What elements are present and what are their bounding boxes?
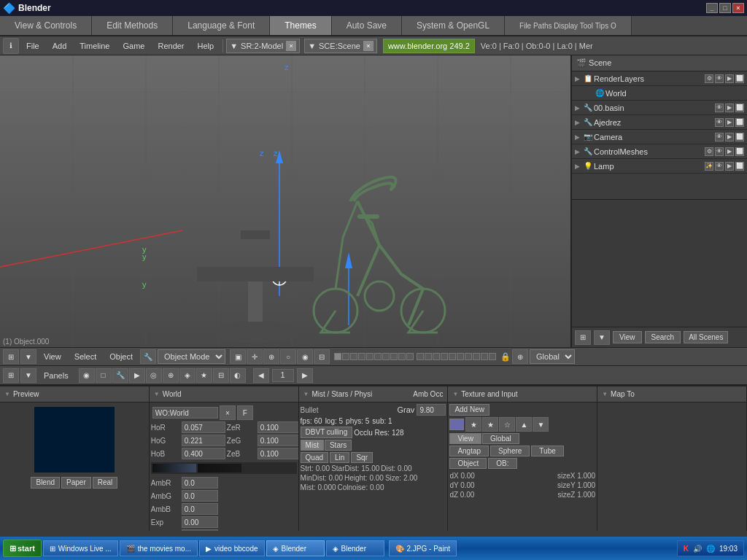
menu-timeline[interactable]: Timeline xyxy=(74,40,115,52)
layer-20[interactable] xyxy=(489,353,496,360)
ze-g-input[interactable] xyxy=(258,435,298,446)
amb-g-input[interactable] xyxy=(182,490,218,502)
mode-dropdown[interactable]: Object Mode xyxy=(158,349,225,364)
camera-ctrl1[interactable]: 👁 xyxy=(715,133,724,141)
view-menu[interactable]: View xyxy=(38,351,67,362)
cm-ctrl2[interactable]: 👁 xyxy=(715,147,724,156)
renderlayers-ctrl3[interactable]: ▶ xyxy=(725,74,734,83)
up-btn[interactable]: ▲ xyxy=(516,417,532,432)
layer-9[interactable] xyxy=(398,353,406,360)
ajedrez-ctrl1[interactable]: 👁 xyxy=(715,118,724,127)
next-frame-btn[interactable]: ▶ xyxy=(297,368,313,383)
maximize-button[interactable]: □ xyxy=(719,3,731,13)
sqr-tab[interactable]: Sqr xyxy=(351,452,373,463)
wrap-icon[interactable]: ⊟ xyxy=(314,349,330,364)
view-btn[interactable]: View xyxy=(449,433,481,444)
exp-input[interactable] xyxy=(182,516,218,528)
ajedrez-ctrl2[interactable]: ▶ xyxy=(725,118,734,127)
outliner-item-basin[interactable]: ▶ 🔧 00.basin 👁 ▶ ⬜ xyxy=(572,101,747,115)
outliner-item-camera[interactable]: ▶ 📷 Camera 👁 ▶ ⬜ xyxy=(572,130,747,144)
taskbar-blender2[interactable]: ◈ Blender xyxy=(326,540,384,556)
tab-language-font[interactable]: Language & Font xyxy=(173,16,270,35)
layer-8[interactable] xyxy=(390,353,398,360)
tab-view-controls[interactable]: View & Controls xyxy=(0,16,92,35)
scene1-selector[interactable]: ▼ SR:2-Model × xyxy=(226,39,300,53)
layer-11[interactable] xyxy=(417,353,424,360)
cm-ctrl3[interactable]: ▶ xyxy=(725,147,734,156)
camera-ctrl3[interactable]: ⬜ xyxy=(735,133,744,141)
paint-item[interactable]: 🎨 2.JPG - Paint xyxy=(389,540,457,556)
add-new-btn[interactable]: Add New xyxy=(449,404,489,416)
scene2-selector[interactable]: ▼ SCE:Scene × xyxy=(304,39,377,53)
mist-btn[interactable]: Mist xyxy=(301,440,324,451)
grav-input[interactable] xyxy=(417,404,446,416)
object-btn[interactable]: Object xyxy=(449,458,487,469)
menu-game[interactable]: Game xyxy=(117,40,150,52)
outliner-item-world[interactable]: 🌐 World xyxy=(572,86,747,101)
close-button[interactable]: × xyxy=(732,3,744,13)
quad-tab[interactable]: Quad xyxy=(301,452,328,463)
lamp-ctrl2[interactable]: 👁 xyxy=(715,162,724,171)
outliner-item-controlmeshes[interactable]: ▶ 🔧 ControlMeshes ⚙ 👁 ▶ ⬜ xyxy=(572,144,747,159)
panel-icon5[interactable]: ◎ xyxy=(146,368,162,383)
panel-icon8[interactable]: ★ xyxy=(196,368,212,383)
all-scenes-dropdown[interactable]: All Scenes xyxy=(684,331,728,343)
outliner-item-renderlayers[interactable]: ▶ 📋 RenderLayers ⚙ 👁 ▶ ⬜ xyxy=(572,71,747,86)
panel-icon3[interactable]: 🔧 xyxy=(112,368,128,383)
tab-file-paths[interactable]: File Paths Display Tool Tips O xyxy=(505,16,632,35)
snap-icon[interactable]: ⊕ xyxy=(263,349,279,364)
panel-icon9[interactable]: ⊟ xyxy=(213,368,229,383)
search-button[interactable]: Search xyxy=(645,331,681,343)
tab-themes[interactable]: Themes xyxy=(270,16,331,35)
start-button[interactable]: ⊞ start xyxy=(3,540,42,557)
angtap-btn[interactable]: Angtap xyxy=(449,446,489,456)
blend-btn[interactable]: Blend xyxy=(31,477,60,489)
global-btn[interactable]: Global xyxy=(482,433,519,444)
layer-4[interactable] xyxy=(358,353,365,360)
tab-system-opengl[interactable]: System & OpenGL xyxy=(402,16,505,35)
layer-14[interactable] xyxy=(441,353,448,360)
amb-b-input[interactable] xyxy=(182,503,218,515)
menu-file[interactable]: File xyxy=(20,40,45,52)
outliner-item-ajedrez[interactable]: ▶ 🔧 Ajedrez 👁 ▶ ⬜ xyxy=(572,115,747,130)
cm-ctrl4[interactable]: ⬜ xyxy=(735,147,744,156)
star3-btn[interactable]: ☆ xyxy=(499,417,515,432)
hor-g-input[interactable] xyxy=(182,435,225,446)
panel-icon4[interactable]: ▶ xyxy=(129,368,145,383)
renderlayers-ctrl1[interactable]: ⚙ xyxy=(705,74,713,83)
layer-2[interactable] xyxy=(342,353,349,360)
hor-r-input[interactable] xyxy=(182,421,225,433)
layer-7[interactable] xyxy=(382,353,390,360)
list-view-btn[interactable]: ▼ xyxy=(594,330,610,345)
menu-render[interactable]: Render xyxy=(152,40,190,52)
dbvt-btn[interactable]: DBVT culling xyxy=(301,427,353,438)
ze-r-input[interactable] xyxy=(258,421,298,433)
lamp-ctrl1[interactable]: ✨ xyxy=(705,162,713,171)
lamp-ctrl3[interactable]: ▶ xyxy=(725,162,734,171)
sphere-btn[interactable]: Sphere xyxy=(490,446,530,456)
renderlayers-ctrl2[interactable]: 👁 xyxy=(715,74,724,83)
basin-ctrl3[interactable]: ⬜ xyxy=(735,104,744,112)
basin-ctrl2[interactable]: ▶ xyxy=(725,104,734,112)
tab-auto-save[interactable]: Auto Save xyxy=(332,16,402,35)
panel-icon7[interactable]: ◈ xyxy=(179,368,196,383)
tube-btn[interactable]: Tube xyxy=(531,446,563,456)
select-menu[interactable]: Select xyxy=(69,351,103,362)
ob-btn[interactable]: OB: xyxy=(488,458,516,469)
cursor-icon[interactable]: ✛ xyxy=(247,349,263,364)
renderlayers-ctrl4[interactable]: ⬜ xyxy=(735,74,744,83)
layer-5[interactable] xyxy=(366,353,374,360)
menu-help[interactable]: Help xyxy=(192,40,220,52)
lamp-ctrl4[interactable]: ⬜ xyxy=(735,162,744,171)
hor-b-input[interactable] xyxy=(182,448,225,459)
pivot-dropdown[interactable]: Global xyxy=(530,349,575,364)
viewport-3d[interactable]: z y y z xyxy=(0,55,572,347)
world-name-input[interactable] xyxy=(152,407,218,419)
star1-btn[interactable]: ★ xyxy=(465,417,481,432)
basin-ctrl1[interactable]: 👁 xyxy=(715,104,724,112)
viewport-arrow-btn[interactable]: ▼ xyxy=(20,349,36,364)
taskbar-windows-live[interactable]: ⊞ Windows Live ... xyxy=(43,540,118,556)
prop-edit-icon[interactable]: ○ xyxy=(280,349,296,364)
layer-13[interactable] xyxy=(433,353,440,360)
grid-view-btn[interactable]: ⊞ xyxy=(575,330,591,345)
